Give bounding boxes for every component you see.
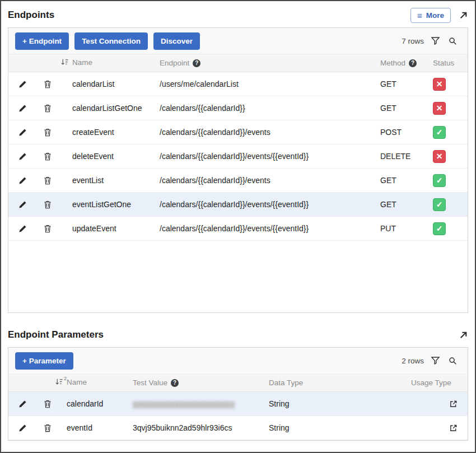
delete-button[interactable] [41, 102, 54, 114]
name-column-header[interactable]: Name [59, 54, 148, 72]
expand-endpoints-icon[interactable] [459, 11, 468, 20]
delete-button[interactable] [41, 398, 54, 410]
endpoints-header: Endpoints ≡ More [8, 4, 468, 26]
endpoint-method: POST [367, 120, 419, 144]
delete-button[interactable] [41, 151, 54, 162]
edit-button[interactable] [16, 398, 29, 410]
status-ok-icon: ✓ [433, 126, 446, 139]
endpoint-method: PUT [367, 217, 419, 241]
sort-order-badge: 2 [64, 376, 67, 381]
edit-button[interactable] [16, 422, 29, 434]
endpoint-name: updateEvent [59, 217, 148, 241]
endpoint-path: /calendars/{{calendarId}} [148, 96, 367, 120]
edit-button[interactable] [16, 127, 29, 138]
search-icon[interactable] [447, 357, 459, 365]
delete-button[interactable] [41, 127, 54, 138]
endpoint-path: /calendars/{{calendarId}}/events/{{event… [148, 217, 367, 241]
endpoint-name: calendarList [59, 72, 148, 96]
add-endpoint-button[interactable]: + Endpoint [15, 32, 69, 50]
endpoint-name: calendarListGetOne [59, 96, 148, 120]
sort-icon[interactable] [60, 58, 69, 68]
parameters-header-row: 2Name Test Value? Data Type Usage Type [8, 374, 468, 392]
delete-button[interactable] [41, 78, 54, 90]
endpoint-path: /calendars/{{calendarId}}/events [148, 169, 367, 193]
status-error-icon: ✕ [433, 78, 446, 91]
delete-button[interactable] [41, 223, 54, 235]
more-button-label: More [426, 11, 444, 20]
edit-button[interactable] [16, 78, 29, 90]
search-icon[interactable] [447, 37, 459, 45]
parameters-header: Endpoint Parameters [8, 324, 468, 345]
edit-button[interactable] [16, 223, 29, 235]
parameter-data-type: String [263, 416, 403, 440]
delete-column-header [36, 54, 59, 72]
endpoint-method: GET [367, 96, 419, 120]
endpoint-row[interactable]: calendarList/users/me/calendarListGET✕ [8, 72, 468, 96]
test-value-redacted: ████████████████████████ [133, 401, 235, 408]
method-help-icon[interactable]: ? [409, 59, 417, 67]
endpoint-row[interactable]: deleteEvent/calendars/{{calendarId}}/eve… [8, 144, 468, 169]
endpoint-path: /calendars/{{calendarId}}/events/{{event… [148, 144, 367, 169]
status-ok-icon: ✓ [433, 222, 446, 235]
status-error-icon: ✕ [433, 150, 446, 163]
endpoints-header-row: Name Endpoint? Method? Status [8, 54, 468, 72]
menu-icon: ≡ [417, 11, 422, 20]
endpoint-name: eventList [59, 169, 148, 193]
parameters-toolbar: + Parameter 2 rows [8, 348, 468, 373]
parameters-panel: + Parameter 2 rows 2Name Test Value? Dat… [8, 347, 468, 441]
edit-button[interactable] [16, 102, 29, 114]
filter-icon[interactable] [430, 37, 441, 45]
endpoint-path: /calendars/{{calendarId}}/events/{{event… [148, 193, 367, 217]
test-value-column-header: Test Value? [126, 374, 263, 392]
parameter-name: calendarId [59, 392, 126, 416]
endpoint-row[interactable]: updateEvent/calendars/{{calendarId}}/eve… [8, 217, 468, 241]
endpoint-method: GET [367, 193, 419, 217]
delete-button[interactable] [41, 422, 54, 434]
page: Endpoints ≡ More + Endpoint Test Connect… [1, 1, 475, 441]
discover-button[interactable]: Discover [153, 32, 200, 50]
sort-icon[interactable]: 2 [55, 378, 63, 387]
edit-button[interactable] [16, 175, 29, 186]
endpoint-name: eventListGetOne [59, 193, 148, 217]
endpoint-row[interactable]: calendarListGetOne/calendars/{{calendarI… [8, 96, 468, 120]
test-connection-button[interactable]: Test Connection [74, 32, 148, 50]
edit-column-header [8, 374, 36, 392]
expand-parameters-icon[interactable] [459, 330, 468, 340]
endpoint-row[interactable]: eventList/calendars/{{calendarId}}/event… [8, 169, 468, 193]
test-value-help-icon[interactable]: ? [171, 379, 179, 387]
endpoint-row[interactable]: eventListGetOne/calendars/{{calendarId}}… [8, 193, 468, 217]
endpoint-path: /users/me/calendarList [148, 72, 367, 96]
endpoint-method: DELETE [367, 144, 419, 169]
endpoint-help-icon[interactable]: ? [193, 59, 200, 67]
edit-button[interactable] [16, 199, 29, 211]
endpoints-table: Name Endpoint? Method? Status calendarLi… [8, 54, 468, 241]
usage-type-link-icon[interactable] [447, 422, 460, 434]
status-ok-icon: ✓ [433, 198, 446, 211]
add-parameter-button[interactable]: + Parameter [15, 352, 73, 370]
delete-button[interactable] [41, 199, 54, 211]
more-button[interactable]: ≡ More [410, 8, 451, 23]
method-column-header: Method? [367, 54, 419, 72]
status-column-header: Status [419, 54, 468, 72]
status-error-icon: ✕ [433, 102, 446, 115]
delete-button[interactable] [41, 175, 54, 186]
endpoints-row-count: 7 rows [402, 37, 424, 45]
edit-column-header [8, 54, 36, 72]
filter-icon[interactable] [430, 357, 441, 365]
parameter-row[interactable]: calendarId████████████████████████String [8, 392, 468, 416]
parameter-data-type: String [263, 392, 403, 416]
endpoint-column-header: Endpoint? [148, 54, 367, 72]
parameters-row-count: 2 rows [402, 357, 424, 365]
edit-button[interactable] [16, 151, 29, 162]
test-value: 3qvj95buiknn2ad59hlr93i6cs [133, 423, 232, 432]
name-column-header[interactable]: 2Name [59, 374, 126, 392]
endpoints-toolbar: + Endpoint Test Connection Discover 7 ro… [8, 28, 468, 54]
endpoint-name: deleteEvent [59, 144, 148, 169]
endpoint-name: createEvent [59, 120, 148, 144]
parameter-row[interactable]: eventId3qvj95buiknn2ad59hlr93i6csString [8, 416, 468, 440]
endpoints-panel: + Endpoint Test Connection Discover 7 ro… [8, 27, 468, 313]
usage-type-column-header: Usage Type [403, 374, 468, 392]
usage-type-link-icon[interactable] [447, 398, 460, 410]
endpoint-row[interactable]: createEvent/calendars/{{calendarId}}/eve… [8, 120, 468, 144]
endpoints-title: Endpoints [8, 10, 54, 21]
